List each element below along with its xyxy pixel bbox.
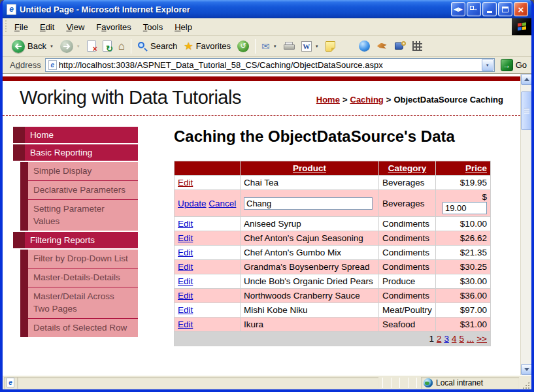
scroll-down-button[interactable] (521, 364, 532, 375)
pager-current-page: 1 (429, 334, 434, 344)
menu-help[interactable]: Help (169, 18, 198, 35)
edit-link[interactable]: Edit (178, 219, 193, 229)
content-area: Working with Data Tutorials Home>Caching… (3, 74, 531, 375)
stop-button[interactable]: × (84, 39, 99, 53)
address-input[interactable] (59, 59, 482, 71)
search-button[interactable]: Search (134, 40, 180, 53)
menu-view[interactable]: View (60, 18, 90, 35)
address-dropdown-button[interactable]: ▼ (482, 59, 493, 71)
stop-icon: × (87, 41, 96, 52)
sidebar-item-details-of-selected-row[interactable]: Details of Selected Row (20, 318, 138, 337)
notes-button[interactable] (322, 40, 339, 53)
sidebar-item-basic-reporting[interactable]: Basic Reporting (13, 144, 138, 161)
table-row: Edit Chef Anton's Cajun Seasoning Condim… (175, 231, 491, 246)
messenger-button[interactable] (356, 39, 373, 53)
pager-page-link[interactable]: 5 (459, 334, 464, 344)
nav-toggle-button[interactable]: ◀▶ (451, 2, 465, 16)
print-button[interactable] (280, 41, 298, 52)
sidebar-item-master-detail-two-pages[interactable]: Master/Detail Across Two Pages (20, 287, 138, 318)
edit-link[interactable]: Edit (178, 262, 193, 272)
edit-link[interactable]: Edit (178, 291, 193, 301)
refresh-button[interactable]: ↻ (99, 39, 115, 53)
price-sort-link[interactable]: Price (465, 163, 487, 173)
menu-favorites[interactable]: Favorites (90, 18, 137, 35)
pager-next-link[interactable]: >> (476, 334, 487, 344)
product-cell: Grandma's Boysenberry Spread (241, 260, 379, 274)
back-button[interactable]: Back ▼ (8, 39, 57, 54)
category-sort-link[interactable]: Category (388, 163, 427, 173)
edit-link[interactable]: Edit (178, 276, 193, 286)
sidebar-item-home[interactable]: Home (13, 127, 138, 143)
table-row: Edit Chef Anton's Gumbo Mix Condiments $… (175, 246, 491, 260)
back-dropdown-icon[interactable]: ▼ (50, 44, 54, 48)
breadcrumb-caching-link[interactable]: Caching (350, 95, 384, 105)
edit-link[interactable]: Edit (178, 248, 193, 257)
ie-page-icon: e (7, 378, 14, 387)
forward-button[interactable]: ▼ (57, 39, 84, 54)
menu-tools[interactable]: Tools (137, 18, 169, 35)
product-cell: Aniseed Syrup (241, 217, 379, 231)
browser-window: e Untitled Page - Microsoft Internet Exp… (0, 0, 534, 392)
header-category: Category (379, 161, 436, 176)
scrollbar-thumb[interactable] (521, 91, 532, 130)
sidebar-item-master-details-details[interactable]: Master-Details-Details (20, 268, 138, 287)
search-icon (137, 41, 148, 52)
pager-page-link[interactable]: 2 (437, 334, 442, 344)
sidebar-item-setting-parameter-values[interactable]: Setting Parameter Values (20, 199, 138, 230)
sidebar-item-label: Master/Detail Across Two Pages (28, 287, 138, 318)
price-cell: $30.00 (436, 274, 491, 289)
menu-file[interactable]: File (8, 18, 34, 35)
pager-row: 12345...>> (175, 332, 491, 346)
menu-edit[interactable]: Edit (34, 18, 60, 35)
ie-e-glyph: e (9, 5, 14, 13)
home-button[interactable]: ⌂ (115, 39, 128, 53)
scroll-up-button[interactable] (521, 74, 532, 85)
mail-dropdown-icon[interactable]: ▼ (273, 44, 277, 48)
edit-link[interactable]: Edit (178, 178, 193, 188)
history-button[interactable]: ↺ (234, 39, 252, 54)
book-search-button[interactable] (392, 40, 409, 52)
vertical-scrollbar[interactable] (520, 74, 531, 375)
breadcrumb-home-link[interactable]: Home (316, 95, 340, 105)
page-body: Home Basic Reporting Simple Display Decl… (3, 116, 520, 346)
research-button[interactable] (373, 41, 392, 52)
pager-page-link[interactable]: 3 (444, 334, 449, 344)
word-dropdown-icon[interactable]: ▼ (315, 44, 319, 48)
cancel-link[interactable]: Cancel (209, 199, 236, 208)
close-button[interactable]: × (514, 2, 528, 16)
table-row: Edit Uncle Bob's Organic Dried Pears Pro… (175, 274, 491, 289)
menubar-grip[interactable] (4, 20, 7, 33)
minimize-button[interactable] (482, 2, 497, 16)
address-bar: Address e ▼ → Go (3, 57, 531, 74)
popout-button[interactable]: → (467, 2, 481, 16)
product-cell: Mishi Kobe Niku (241, 303, 379, 318)
ie-page-icon: e (7, 4, 16, 15)
grid-tool-button[interactable] (409, 40, 426, 52)
edit-link[interactable]: Edit (178, 233, 193, 243)
pager-page-link[interactable]: 4 (452, 334, 457, 344)
update-link[interactable]: Update (178, 199, 207, 208)
sidebar-item-filtering-reports[interactable]: Filtering Reports (13, 232, 138, 248)
breadcrumb-current: ObjectDataSource Caching (393, 95, 503, 105)
product-name-input[interactable] (244, 197, 373, 210)
table-row: Edit Aniseed Syrup Condiments $10.00 (175, 217, 491, 231)
pager-ellipsis-link[interactable]: ... (467, 334, 474, 344)
price-input[interactable] (442, 202, 487, 214)
print-icon (284, 42, 295, 51)
category-cell: Beverages (379, 190, 436, 217)
category-cell: Condiments (379, 217, 436, 231)
favorites-button[interactable]: ★ Favorites (180, 40, 234, 53)
product-sort-link[interactable]: Product (293, 163, 326, 173)
mail-button[interactable]: ✉ ▼ (258, 40, 280, 52)
maximize-button[interactable] (498, 2, 512, 16)
go-button[interactable]: → Go (498, 58, 529, 72)
resize-grip[interactable] (522, 381, 530, 389)
sidebar-item-simple-display[interactable]: Simple Display (20, 162, 138, 180)
price-cell: $97.00 (436, 303, 491, 318)
title-bar[interactable]: e Untitled Page - Microsoft Internet Exp… (3, 0, 531, 18)
edit-link[interactable]: Edit (178, 305, 193, 315)
sidebar-item-filter-by-dropdown-list[interactable]: Filter by Drop-Down List (20, 250, 138, 268)
edit-link[interactable]: Edit (178, 319, 193, 329)
sidebar-item-declarative-parameters[interactable]: Declarative Parameters (20, 180, 138, 199)
edit-word-button[interactable]: W ▼ (298, 40, 322, 53)
